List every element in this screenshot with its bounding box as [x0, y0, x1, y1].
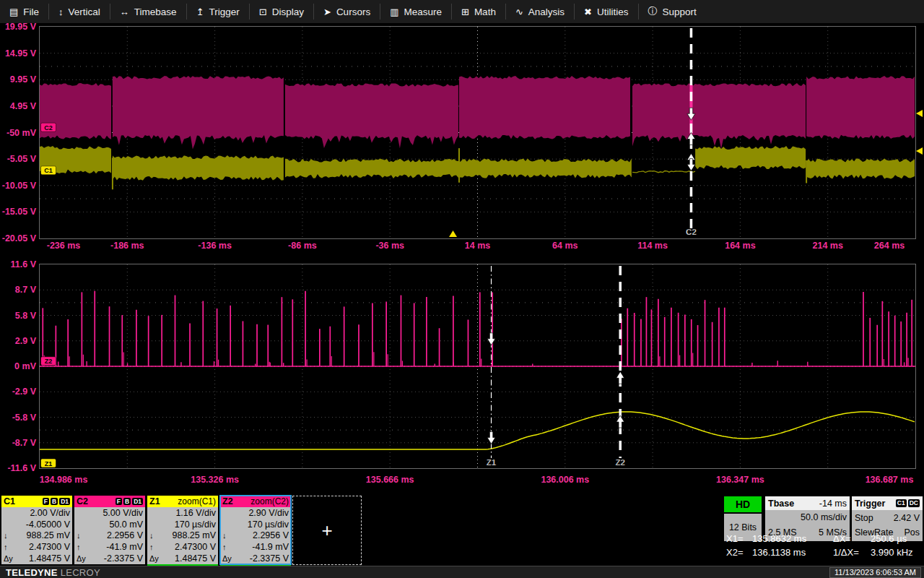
descriptor-row-prefix: ↓ — [74, 531, 90, 540]
descriptor-row-line: Δy-2.3375 V — [220, 553, 291, 564]
trigger-position-marker[interactable] — [449, 230, 457, 237]
descriptor-row-value: -4.05000 V — [17, 519, 72, 530]
descriptor-row-line: Δy1.48475 V — [147, 553, 218, 564]
display-icon: ⊡ — [259, 7, 267, 17]
cursor-crossing-arrow — [687, 159, 695, 171]
hd-title: HD — [724, 496, 762, 512]
trace-c1[interactable] — [632, 171, 695, 173]
menu-item-analysis[interactable]: ∿Analysis — [506, 0, 574, 23]
menu-item-math[interactable]: ⊞Math — [452, 0, 505, 23]
file-icon: ▤ — [9, 7, 18, 17]
descriptor-row-line: Δy-2.3375 V — [74, 553, 145, 564]
x2-label: X2= — [726, 547, 752, 558]
descriptor-badge: D1 — [59, 498, 70, 506]
descriptor-row-line: 2.90 V/div — [220, 507, 291, 519]
x1-value: 135.8632 ms — [752, 533, 833, 544]
menu-item-support[interactable]: ⓘSupport — [639, 0, 706, 23]
trace-label-chip-text: Z2 — [45, 358, 53, 365]
menu-item-timebase[interactable]: ↔Timebase — [110, 0, 186, 23]
timebase-delay: -14 ms — [819, 499, 847, 509]
cursor-label: Z2 — [616, 458, 625, 467]
menu-item-label: Timebase — [134, 7, 177, 17]
descriptor-badge: B — [51, 498, 58, 506]
menu-item-measure[interactable]: ▥Measure — [380, 0, 451, 23]
menu-item-label: Measure — [404, 7, 442, 17]
cursor-label: C2 — [686, 228, 697, 236]
x-axis-label: 214 ms — [812, 241, 842, 251]
trace-c1[interactable] — [285, 159, 632, 178]
plus-icon: + — [321, 521, 332, 540]
menu-item-label: Math — [474, 7, 496, 17]
trace-descriptor-c2[interactable]: C2FBD15.00 V/div50.0 mV↓2.2956 V↑-41.9 m… — [74, 496, 145, 564]
y-axis-label: -2.9 V — [12, 387, 36, 397]
trace-descriptor-c1[interactable]: C1FBD12.00 V/div-4.05000 V↓988.25 mV↑2.4… — [1, 496, 72, 564]
x-axis-label: -236 ms — [47, 241, 81, 251]
trace-c2[interactable] — [285, 83, 458, 148]
trace-c1[interactable] — [113, 155, 284, 181]
x-axis-label: 135.326 ms — [191, 475, 239, 485]
trace-c2[interactable] — [113, 76, 284, 150]
y-axis-label: -10.05 V — [2, 181, 36, 191]
zoom-waveform-grid[interactable]: Z1Z2Z2Z1 — [39, 264, 916, 469]
add-trace-box[interactable]: + — [292, 496, 362, 565]
trigger-mode-row: Stop 2.42 V — [852, 510, 923, 525]
cursor-level-marker-upper[interactable] — [916, 110, 923, 117]
trace-c2[interactable] — [632, 83, 806, 149]
main-waveform-grid[interactable]: C2C2C1 — [39, 26, 916, 239]
x1-label: X1= — [726, 533, 752, 544]
x-axis-label: 14 ms — [465, 241, 490, 251]
y-axis-label: 14.95 V — [5, 48, 36, 59]
x2-value: 136.1138 ms — [752, 547, 833, 558]
y-axis-label: 9.95 V — [10, 74, 36, 85]
timebase-header: Tbase -14 ms — [765, 496, 850, 510]
trigger-source-badge: C1 — [896, 499, 907, 507]
menu-item-label: Vertical — [69, 7, 100, 17]
descriptor-body: 2.90 V/div170 µs/div↓2.2956 V↑-41.9 mVΔy… — [220, 507, 291, 564]
y-axis-label: -20.05 V — [2, 233, 36, 243]
descriptor-header-z2: Z2zoom(C2) — [220, 496, 291, 507]
menu-item-vertical[interactable]: ↕Vertical — [49, 0, 110, 23]
x-axis-label: -86 ms — [288, 241, 317, 251]
descriptor-row-prefix: Δy — [1, 554, 17, 563]
menu-item-file[interactable]: ▤File — [0, 0, 48, 23]
descriptor-header-z1: Z1zoom(C1) — [147, 496, 218, 507]
y-axis-label: -11.6 V — [7, 463, 36, 473]
descriptor-title: C2 — [77, 496, 88, 506]
cursor-level-marker-lower[interactable] — [916, 147, 923, 155]
descriptor-row-value: 1.48475 V — [17, 553, 72, 564]
menu-item-display[interactable]: ⊡Display — [250, 0, 313, 23]
invdx-value: 3.990 kHz — [871, 547, 913, 558]
cursor-crossing-arrow — [616, 371, 624, 384]
trigger-level: 2.42 V — [894, 513, 920, 523]
descriptor-row-value: 2.47300 V — [17, 542, 72, 552]
trace-c2[interactable] — [459, 76, 630, 139]
trace-descriptor-z1[interactable]: Z1zoom(C1)1.16 V/div170 µs/div↓988.25 mV… — [147, 496, 218, 564]
descriptor-row-line: -4.05000 V — [1, 519, 72, 530]
menu-item-label: Support — [663, 7, 697, 17]
menu-item-label: Display — [272, 7, 304, 17]
x-axis-label: -136 ms — [198, 241, 232, 251]
descriptor-zoom-source: zoom(C2) — [250, 496, 289, 506]
utilities-icon: ✖ — [584, 7, 592, 17]
trace-c2[interactable] — [806, 76, 915, 139]
descriptor-title: Z1 — [149, 496, 160, 506]
descriptor-row-value: 988.25 mV — [17, 530, 72, 540]
descriptor-row-value: -2.3375 V — [90, 553, 145, 564]
descriptor-body: 2.00 V/div-4.05000 V↓988.25 mV↑2.47300 V… — [1, 507, 72, 564]
timebase-icon: ↔ — [120, 7, 129, 17]
brand-lecroy: LECROY — [61, 567, 100, 578]
x-axis-label: 64 ms — [552, 241, 578, 251]
menu-item-trigger[interactable]: ↥Trigger — [187, 0, 249, 23]
trace-c1[interactable] — [695, 146, 806, 169]
invdx-label: 1/ΔX= — [833, 547, 871, 558]
descriptor-row-value: 2.2956 V — [90, 530, 145, 540]
descriptor-row-line: ↑2.47300 V — [147, 541, 218, 553]
datetime-display[interactable]: 11/13/2023 6:06:53 AM — [829, 567, 921, 578]
trace-c1[interactable] — [806, 159, 915, 179]
menu-item-cursors[interactable]: ➤Cursors — [314, 0, 380, 23]
descriptor-row-line: Δy1.48475 V — [1, 553, 72, 564]
descriptor-badge: F — [116, 498, 122, 506]
menu-item-utilities[interactable]: ✖Utilities — [575, 0, 637, 23]
trace-descriptor-z2[interactable]: Z2zoom(C2)2.90 V/div170 µs/div↓2.2956 V↑… — [220, 496, 291, 564]
timebase-scale: 50.0 ms/div — [765, 510, 850, 525]
